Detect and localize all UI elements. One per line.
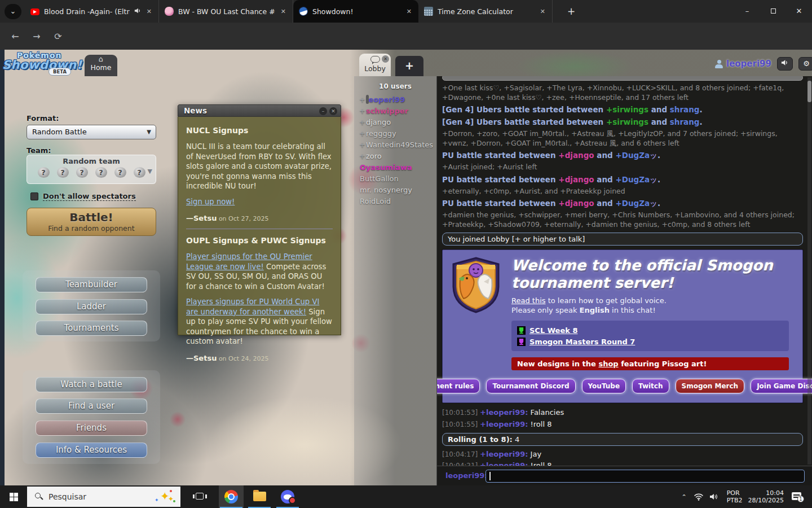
window-close-button[interactable]: ✕ bbox=[786, 0, 812, 23]
reload-icon[interactable]: ⟳ bbox=[51, 29, 65, 44]
chat-message-username[interactable]: +leoperi99: bbox=[480, 420, 528, 428]
menu-button-find-a-user[interactable]: Find a user bbox=[36, 398, 147, 414]
chat-scrollbar-track[interactable] bbox=[807, 77, 811, 465]
taskbar-discord-button[interactable] bbox=[275, 485, 300, 508]
news-minimize-icon[interactable]: – bbox=[319, 107, 327, 115]
tournament-links-box: SCL Week 8Smogon Masters Round 7 bbox=[511, 321, 789, 351]
taskbar-search[interactable]: Pesquisar ✦ ✦ ✦ bbox=[27, 487, 180, 507]
language-indicator[interactable]: POR PTB2 bbox=[727, 489, 743, 504]
tab-close-icon[interactable]: ✕ bbox=[539, 8, 546, 15]
user-zoro[interactable]: +zoro bbox=[354, 152, 436, 163]
news-title: News bbox=[178, 105, 341, 117]
lobby-chat-log[interactable]: +One last kiss♡, +Sagisolar, +The Lyra, … bbox=[437, 76, 812, 466]
welcome-button-youtube[interactable]: YouTube bbox=[582, 379, 626, 393]
youtube-favicon bbox=[30, 8, 39, 15]
wifi-icon[interactable] bbox=[694, 493, 704, 501]
menu-button-tournaments[interactable]: Tournaments bbox=[36, 321, 147, 336]
browser-tab-bw-bw-ou-last-chance-2-r[interactable]: BW - BW OU Last Chance #2: R✕ bbox=[159, 0, 293, 23]
chat-battle-announcement[interactable]: [Gen 4] Ubers battle started between +si… bbox=[442, 117, 804, 127]
tab-close-icon[interactable]: ✕ bbox=[145, 8, 153, 15]
welcome-button-smogon-merch[interactable]: Smogon Merch bbox=[676, 379, 745, 393]
menu-button-info-resources[interactable]: Info & Resources bbox=[36, 443, 147, 458]
current-username[interactable]: leoperi99 bbox=[726, 59, 771, 69]
news-paragraph: Players signups for PU World Cup VI are … bbox=[186, 297, 333, 347]
battle-button[interactable]: Battle! Find a random opponent bbox=[27, 208, 156, 236]
user-schwipper[interactable]: +schwipper bbox=[354, 107, 436, 118]
tournament-link-row[interactable]: Smogon Masters Round 7 bbox=[517, 336, 783, 347]
read-this-link[interactable]: Read this bbox=[511, 296, 546, 305]
user-reggggy[interactable]: +reggggy bbox=[354, 129, 436, 141]
chat-message-username[interactable]: +leoperi99: bbox=[480, 450, 528, 458]
team-label: Team: bbox=[27, 146, 51, 155]
tab-lobby[interactable]: Lobby ✕ bbox=[359, 54, 391, 76]
tab-audio-icon[interactable] bbox=[134, 7, 141, 16]
chat-input[interactable] bbox=[486, 470, 805, 483]
welcome-button-tournament-rules[interactable]: Tournament rules bbox=[437, 379, 480, 393]
chat-battle-announcement[interactable]: PU battle started between +django and +D… bbox=[442, 150, 804, 160]
sound-button[interactable] bbox=[777, 57, 793, 71]
user-mr-nosynergy[interactable]: mr. nosynergy bbox=[354, 186, 436, 197]
user-oyasumiawa[interactable]: Oyasumiawa bbox=[354, 163, 436, 174]
browser-tab-time-zone-calculator[interactable]: Time Zone Calculator✕ bbox=[418, 0, 553, 23]
chat-battle-announcement[interactable]: PU battle started between +django and +D… bbox=[442, 198, 804, 208]
tournament-link-smogon-masters-round-7[interactable]: Smogon Masters Round 7 bbox=[529, 338, 635, 346]
chat-battle-announcement[interactable]: PU battle started between +django and +D… bbox=[442, 174, 804, 185]
news-link[interactable]: Players signups for PU World Cup VI are … bbox=[186, 297, 319, 316]
volume-icon[interactable] bbox=[709, 493, 719, 501]
menu-button-teambuilder[interactable]: Teambuilder bbox=[36, 277, 147, 292]
welcome-button-tournament-discord[interactable]: Tournament Discord bbox=[486, 379, 575, 393]
news-link[interactable]: Sign up now! bbox=[186, 198, 235, 206]
user-wantedin49states[interactable]: +Wantedin49States bbox=[354, 141, 436, 152]
settings-gear-button[interactable]: ⚙ bbox=[798, 57, 812, 71]
user-django[interactable]: +django bbox=[354, 118, 436, 129]
spectators-checkbox[interactable] bbox=[30, 192, 38, 200]
format-value: Random Battle bbox=[32, 128, 87, 136]
tab-home[interactable]: ⌂ Home bbox=[85, 55, 117, 76]
start-button[interactable] bbox=[0, 485, 27, 508]
chat-scrollbar-thumb[interactable] bbox=[807, 81, 811, 102]
spectators-label[interactable]: Don't allow spectators bbox=[43, 192, 136, 201]
team-select[interactable]: Random team ?????? ▼ bbox=[27, 155, 156, 184]
back-icon[interactable]: ← bbox=[8, 29, 23, 44]
window-maximize-button[interactable] bbox=[760, 0, 786, 23]
task-view-button[interactable] bbox=[187, 485, 212, 508]
forward-icon[interactable]: → bbox=[29, 29, 44, 44]
menu-button-ladder[interactable]: Ladder bbox=[36, 299, 147, 314]
tab-close-icon[interactable]: ✕ bbox=[280, 8, 287, 15]
tournament-link-scl-week-8[interactable]: SCL Week 8 bbox=[529, 326, 577, 335]
chat-message-username[interactable]: +leoperi99: bbox=[480, 461, 528, 466]
new-room-button[interactable]: + bbox=[395, 56, 423, 76]
window-minimize-button[interactable]: – bbox=[734, 0, 760, 23]
tournament-link-row[interactable]: SCL Week 8 bbox=[517, 325, 783, 336]
format-select[interactable]: Random Battle ▼ bbox=[27, 125, 156, 139]
user-list-panel: 10 users +leoperi99+schwipper+django+reg… bbox=[354, 76, 437, 485]
welcome-button-twitch[interactable]: Twitch bbox=[632, 379, 669, 393]
tab-close-icon[interactable]: ✕ bbox=[405, 8, 413, 15]
user-roidloid[interactable]: RoidLoid bbox=[354, 197, 436, 208]
taskbar-clock[interactable]: 10:04 28/10/2025 bbox=[748, 489, 784, 504]
news-titlebar[interactable]: News – ✕ bbox=[178, 104, 341, 117]
menu-button-friends[interactable]: Friends bbox=[36, 421, 147, 436]
tab-search-button[interactable]: ⌄ bbox=[5, 4, 21, 19]
lobby-close-icon[interactable]: ✕ bbox=[382, 55, 389, 63]
new-tab-button[interactable]: + bbox=[564, 5, 579, 19]
action-center-button[interactable]: 1 bbox=[792, 492, 803, 502]
speak-bold: English bbox=[580, 306, 610, 314]
welcome-button-join-game-discussion[interactable]: Join Game Discussion bbox=[751, 379, 812, 393]
menu-button-watch-a-battle[interactable]: Watch a battle bbox=[36, 377, 147, 392]
user-rank: + bbox=[359, 95, 365, 104]
taskbar-explorer-button[interactable] bbox=[247, 485, 272, 508]
taskbar-chrome-button[interactable] bbox=[219, 485, 244, 508]
chat-message-username[interactable]: +leoperi99: bbox=[480, 408, 528, 417]
hidden-icons-chevron[interactable]: ⌃ bbox=[681, 493, 686, 501]
user-name: leoperi99 bbox=[366, 95, 405, 104]
chat-battle-announcement[interactable]: [Gen 4] Ubers battle started between +si… bbox=[442, 104, 804, 115]
browser-tab-showdown[interactable]: Showdown!✕ bbox=[293, 0, 418, 23]
unknown-pokemon-icon: ? bbox=[76, 167, 88, 178]
news-close-icon[interactable]: ✕ bbox=[329, 107, 337, 115]
shop-link[interactable]: shop bbox=[598, 360, 618, 368]
user-buttgallon[interactable]: ButtGallon bbox=[354, 174, 436, 186]
browser-tab-blood-drain-again-eltnun[interactable]: Blood Drain -Again- (Eltnun✕ bbox=[25, 0, 159, 23]
battle-button-sub: Find a random opponent bbox=[27, 224, 156, 233]
home-scrollbar-thumb[interactable] bbox=[366, 95, 369, 104]
